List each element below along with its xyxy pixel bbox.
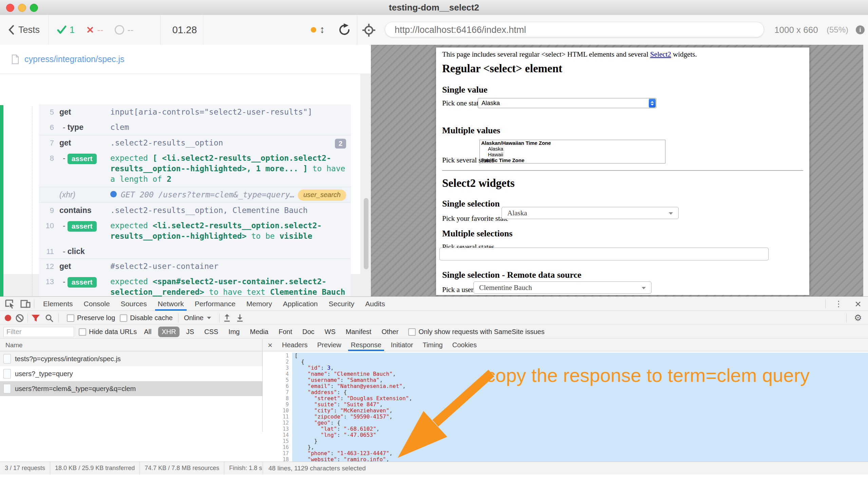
response-tab-cookies[interactable]: Cookies xyxy=(448,339,482,351)
listbox-group[interactable]: Alaskan/Hawaiian Time Zone xyxy=(480,140,665,146)
pending-count[interactable]: -- xyxy=(115,25,133,35)
states-multi-listbox[interactable]: Alaskan/Hawaiian Time ZoneAlaskaHawaiiPa… xyxy=(479,140,665,163)
network-filter-other[interactable]: Other xyxy=(378,327,402,337)
request-row[interactable]: users?term=clem&_type=query&q=clem xyxy=(0,381,262,396)
viewport-info-icon[interactable]: i xyxy=(856,25,865,34)
devtools-tab-sources[interactable]: Sources xyxy=(115,297,152,311)
clear-icon[interactable] xyxy=(15,314,24,323)
aut-scrollbar[interactable] xyxy=(863,45,868,296)
label-pick-several-states: Pick several states xyxy=(442,156,494,164)
device-toolbar-icon[interactable] xyxy=(20,299,31,309)
network-filter-xhr[interactable]: XHR xyxy=(158,327,179,337)
request-name: users?term=clem&_type=query&q=clem xyxy=(15,385,136,393)
window-title: testing-dom__select2 xyxy=(0,0,868,15)
devtools-close-icon[interactable]: × xyxy=(848,297,868,310)
devtools-tab-application[interactable]: Application xyxy=(278,297,323,311)
status-resources: 74.7 KB / 7.8 MB resources xyxy=(140,462,224,474)
close-icon[interactable]: × xyxy=(263,340,277,350)
command-number: 11 xyxy=(39,246,59,256)
network-filterbar: Hide data URLs AllXHRJSCSSImgMediaFontDo… xyxy=(0,325,868,339)
listbox-option[interactable]: Alaska xyxy=(480,146,665,152)
import-har-icon[interactable] xyxy=(223,314,231,323)
command-method: get xyxy=(59,107,110,117)
search-icon[interactable] xyxy=(45,314,54,323)
disable-cache-checkbox[interactable] xyxy=(120,314,127,322)
command-row[interactable]: 6-typeclem xyxy=(39,120,351,135)
response-tab-headers[interactable]: Headers xyxy=(277,339,313,351)
network-filter-js[interactable]: JS xyxy=(183,327,197,337)
favorite-state-select2[interactable]: Alaska xyxy=(502,207,679,219)
network-filter-manifest[interactable]: Manifest xyxy=(342,327,375,337)
states-multi-select2[interactable] xyxy=(439,248,769,260)
network-filter-input[interactable] xyxy=(3,327,74,337)
select2-link[interactable]: Select2 xyxy=(650,50,671,58)
devtools-tab-performance[interactable]: Performance xyxy=(189,297,241,311)
response-tab-response[interactable]: Response xyxy=(346,339,386,351)
network-filter-img[interactable]: Img xyxy=(225,327,243,337)
devtools-statusbar: 3 / 17 requests 18.0 KB / 25.9 KB transf… xyxy=(0,462,868,474)
command-row[interactable]: 11-click xyxy=(39,244,351,258)
response-tab-timing[interactable]: Timing xyxy=(418,339,447,351)
line-number: 6 xyxy=(263,383,293,389)
command-method: (xhr) xyxy=(59,190,110,200)
command-row[interactable]: 13-assertexpected <span#select2-user-con… xyxy=(39,274,351,300)
spec-path-link[interactable]: cypress/integration/spec.js xyxy=(24,54,125,64)
listbox-group[interactable]: Pacific Time Zone xyxy=(480,157,665,163)
network-filter-css[interactable]: CSS xyxy=(201,327,222,337)
export-har-icon[interactable] xyxy=(236,314,244,323)
command-row[interactable]: 10-assertexpected <li.select2-results__o… xyxy=(39,218,351,244)
viewport-resize-icon: ↕ xyxy=(320,15,325,45)
command-row[interactable]: (xhr)GET 200 /users?term=clem&_type=quer… xyxy=(39,187,351,202)
state-native-select[interactable]: Alaska xyxy=(478,98,656,108)
command-row[interactable]: 9contains.select2-results__option, Cleme… xyxy=(39,202,351,218)
throttling-select[interactable]: Online xyxy=(184,314,204,322)
network-filter-font[interactable]: Font xyxy=(275,327,296,337)
response-tab-preview[interactable]: Preview xyxy=(313,339,346,351)
devtools-tab-security[interactable]: Security xyxy=(323,297,360,311)
hide-data-urls-checkbox[interactable] xyxy=(79,328,86,336)
command-row[interactable]: 5getinput[aria-controls="select2-user-re… xyxy=(39,104,351,120)
failed-count[interactable]: ✕ -- xyxy=(86,24,103,36)
gear-icon[interactable]: ⚙ xyxy=(854,313,862,323)
request-row[interactable]: tests?p=cypress/integration/spec.js xyxy=(0,351,262,366)
response-tab-initiator[interactable]: Initiator xyxy=(386,339,418,351)
line-content: "street": "Douglas Extension", xyxy=(293,395,868,402)
samesite-checkbox[interactable] xyxy=(408,328,416,336)
preserve-log-checkbox[interactable] xyxy=(67,314,74,322)
request-row[interactable]: users?_type=query xyxy=(0,366,262,381)
response-line: 8 "street": "Douglas Extension", xyxy=(263,395,868,402)
command-row[interactable]: 7get.select2-results__option2 xyxy=(39,135,351,151)
command-message: clem xyxy=(110,122,351,133)
command-method: contains xyxy=(59,205,110,216)
user-select2[interactable]: Clementine Bauch xyxy=(473,281,652,294)
viewport-scale-dot-icon xyxy=(311,27,316,33)
network-filter-media[interactable]: Media xyxy=(246,327,271,337)
filter-funnel-icon[interactable] xyxy=(31,314,40,322)
listbox-option[interactable]: Hawaii xyxy=(480,152,665,157)
devtools-tab-console[interactable]: Console xyxy=(78,297,115,311)
devtools-tab-network[interactable]: Network xyxy=(152,297,189,311)
devtools-tab-memory[interactable]: Memory xyxy=(241,297,278,311)
command-number: 8 xyxy=(39,153,59,184)
aut-url-bar[interactable]: http://localhost:64166/index.html xyxy=(385,22,764,37)
passed-count[interactable]: 1 xyxy=(57,25,75,35)
network-filter-ws[interactable]: WS xyxy=(321,327,339,337)
devtools-menu-icon[interactable]: ⋮ xyxy=(829,299,848,309)
record-icon[interactable] xyxy=(5,315,11,321)
inspect-element-icon[interactable] xyxy=(5,299,15,309)
network-filter-all[interactable]: All xyxy=(140,327,155,337)
refresh-icon[interactable] xyxy=(338,23,351,38)
devtools-tab-elements[interactable]: Elements xyxy=(38,297,78,311)
line-number: 3 xyxy=(263,365,293,371)
reporter-scrollbar-thumb[interactable] xyxy=(364,198,369,269)
label-pick-one-state: Pick one state xyxy=(442,99,482,108)
command-message: input[aria-controls="select2-user-result… xyxy=(110,107,351,117)
back-to-tests-button[interactable]: Tests xyxy=(8,15,40,45)
devtools-tab-audits[interactable]: Audits xyxy=(360,297,390,311)
response-line: 14 "lng": "-47.0653" xyxy=(263,432,868,438)
command-row[interactable]: 8-assertexpected [ <li.select2-results__… xyxy=(39,151,351,187)
network-filter-doc[interactable]: Doc xyxy=(299,327,318,337)
selector-playground-icon[interactable] xyxy=(362,24,375,38)
command-row[interactable]: 12get#select2-user-container xyxy=(39,258,351,274)
request-list-header[interactable]: Name xyxy=(0,339,262,351)
